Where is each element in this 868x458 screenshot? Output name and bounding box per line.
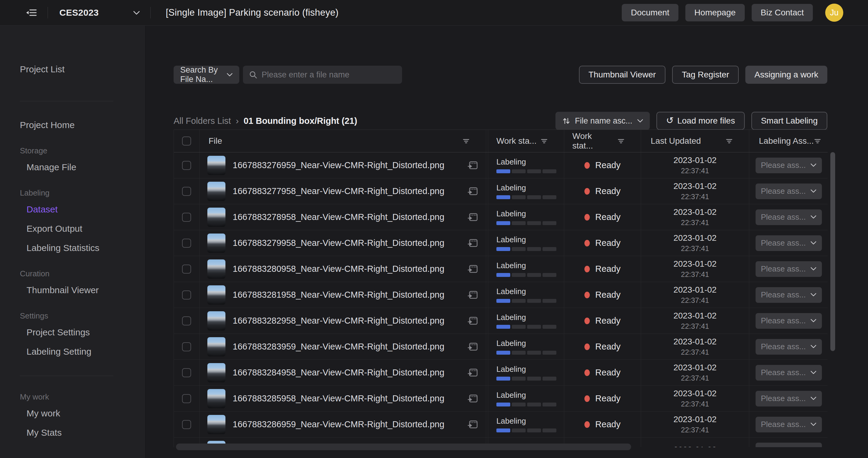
assignee-dropdown[interactable]: Please ass... xyxy=(755,313,822,329)
file-name[interactable]: 1667883279958_Near-View-CMR-Right_Distor… xyxy=(233,238,444,248)
assignee-dropdown[interactable]: Please ass... xyxy=(755,339,822,355)
sidebar-collapse-icon[interactable] xyxy=(25,8,37,18)
table-row: 1667883279958_Near-View-CMR-Right_Distor… xyxy=(174,230,828,256)
file-name[interactable]: 1667883280958_Near-View-CMR-Right_Distor… xyxy=(233,264,444,274)
thumbnail-viewer-button[interactable]: Thumbnail Viewer xyxy=(579,66,666,84)
file-name[interactable]: 1667883286959_Near-View-CMR-Right_Distor… xyxy=(233,419,444,429)
row-checkbox[interactable] xyxy=(182,394,191,403)
file-name[interactable]: 1667883282958_Near-View-CMR-Right_Distor… xyxy=(233,316,444,326)
work-progress-bar xyxy=(496,351,564,355)
file-name[interactable]: 1667883285958_Near-View-CMR-Right_Distor… xyxy=(233,394,444,403)
file-thumbnail[interactable] xyxy=(207,337,225,356)
file-thumbnail[interactable] xyxy=(207,363,225,382)
sidebar-item-thumbnail-viewer[interactable]: Thumbnail Viewer xyxy=(0,284,144,296)
sidebar-item-project-home[interactable]: Project Home xyxy=(0,119,144,131)
assignee-dropdown[interactable]: Please ass... xyxy=(755,158,822,173)
tag-register-button[interactable]: Tag Register xyxy=(672,66,739,84)
open-in-editor-icon[interactable] xyxy=(467,394,478,403)
sidebar-item-my-work[interactable]: My work xyxy=(0,407,144,419)
open-in-editor-icon[interactable] xyxy=(467,161,478,170)
file-thumbnail[interactable] xyxy=(207,207,225,227)
file-thumbnail[interactable] xyxy=(207,233,225,253)
progress-segment-empty xyxy=(527,273,541,277)
last-updated-date: 2023-01-02 xyxy=(673,156,716,165)
file-name[interactable]: 1667883276959_Near-View-CMR-Right_Distor… xyxy=(233,160,444,170)
row-checkbox[interactable] xyxy=(182,368,191,377)
file-thumbnail[interactable] xyxy=(207,259,225,279)
file-name[interactable]: 1667883284958_Near-View-CMR-Right_Distor… xyxy=(233,368,444,378)
file-name[interactable]: 1667883278958_Near-View-CMR-Right_Distor… xyxy=(233,212,444,222)
row-checkbox[interactable] xyxy=(182,161,191,170)
row-checkbox[interactable] xyxy=(182,291,191,299)
sort-dropdown[interactable]: File name asc... xyxy=(555,112,650,130)
smart-labeling-button[interactable]: Smart Labeling xyxy=(751,112,827,130)
filter-icon[interactable] xyxy=(463,139,469,143)
assignee-dropdown[interactable]: Please ass... xyxy=(755,287,822,303)
open-in-editor-icon[interactable] xyxy=(467,290,478,300)
status-dot xyxy=(584,266,590,272)
assigning-a-work-button[interactable]: Assigning a work xyxy=(745,66,827,84)
file-thumbnail[interactable] xyxy=(207,285,225,305)
sidebar-item-my-stats[interactable]: My Stats xyxy=(0,427,144,439)
open-in-editor-icon[interactable] xyxy=(467,187,478,196)
row-checkbox[interactable] xyxy=(182,316,191,325)
file-thumbnail[interactable] xyxy=(207,182,225,201)
file-thumbnail[interactable] xyxy=(207,415,225,434)
search-input[interactable] xyxy=(261,70,396,79)
sidebar-item-labeling-setting[interactable]: Labeling Setting xyxy=(0,346,144,358)
topbar-button-homepage[interactable]: Homepage xyxy=(685,4,745,22)
assignee-dropdown[interactable]: Please ass... xyxy=(755,209,822,225)
sidebar-item-manage-file[interactable]: Manage File xyxy=(0,161,144,173)
file-name[interactable]: 1667883277958_Near-View-CMR-Right_Distor… xyxy=(233,186,444,196)
horizontal-scrollbar[interactable] xyxy=(176,444,631,450)
assignee-dropdown[interactable]: Please ass... xyxy=(755,235,822,251)
assignee-dropdown[interactable]: Please ass... xyxy=(755,417,822,432)
row-checkbox[interactable] xyxy=(182,213,191,222)
row-checkbox[interactable] xyxy=(182,187,191,196)
vertical-scrollbar[interactable] xyxy=(830,152,835,351)
filter-icon[interactable] xyxy=(726,139,733,143)
search-type-dropdown[interactable]: Search By File Na... xyxy=(174,66,239,84)
open-in-editor-icon[interactable] xyxy=(467,316,478,326)
sidebar-item-export-output[interactable]: Export Output xyxy=(0,223,144,235)
row-checkbox[interactable] xyxy=(182,420,191,429)
user-avatar[interactable]: Ju xyxy=(825,4,843,22)
last-updated-time: 22:37:41 xyxy=(681,167,709,175)
topbar-button-document[interactable]: Document xyxy=(622,4,678,22)
last-updated-time: 22:37:41 xyxy=(681,296,709,305)
row-checkbox[interactable] xyxy=(182,265,191,273)
assignee-dropdown[interactable]: Please ass... xyxy=(755,184,822,199)
open-in-editor-icon[interactable] xyxy=(467,264,478,274)
project-selector[interactable]: CES2023 xyxy=(59,7,140,18)
open-in-editor-icon[interactable] xyxy=(467,420,478,429)
assignee-dropdown[interactable]: Please ass... xyxy=(755,365,822,381)
assignee-dropdown[interactable] xyxy=(755,443,822,447)
file-thumbnail[interactable] xyxy=(207,389,225,408)
open-in-editor-icon[interactable] xyxy=(467,368,478,378)
topbar-button-biz-contact[interactable]: Biz Contact xyxy=(752,4,813,22)
file-name[interactable]: 1667883281958_Near-View-CMR-Right_Distor… xyxy=(233,290,444,300)
sidebar-item-labeling-statistics[interactable]: Labeling Statistics xyxy=(0,242,144,254)
sidebar-item-dataset[interactable]: Dataset xyxy=(0,203,144,216)
row-checkbox[interactable] xyxy=(182,239,191,248)
row-checkbox[interactable] xyxy=(182,342,191,351)
status-dot xyxy=(584,214,590,221)
sidebar-item-project-list[interactable]: Project List xyxy=(0,63,144,75)
assignee-dropdown[interactable]: Please ass... xyxy=(755,391,822,406)
load-more-files-button[interactable]: ↺Load more files xyxy=(656,112,745,130)
last-updated-date: 2023-01-02 xyxy=(673,415,716,424)
filter-icon[interactable] xyxy=(541,139,547,143)
select-all-checkbox[interactable] xyxy=(182,136,191,145)
filter-icon[interactable] xyxy=(814,139,821,143)
sidebar-item-project-settings[interactable]: Project Settings xyxy=(0,326,144,338)
open-in-editor-icon[interactable] xyxy=(467,212,478,222)
open-in-editor-icon[interactable] xyxy=(467,342,478,352)
assignee-dropdown[interactable]: Please ass... xyxy=(755,261,822,277)
file-name[interactable]: 1667883283959_Near-View-CMR-Right_Distor… xyxy=(233,342,444,352)
file-thumbnail[interactable] xyxy=(207,156,225,175)
breadcrumb-parent[interactable]: All Folders List xyxy=(174,116,231,126)
table-body: 1667883276959_Near-View-CMR-Right_Distor… xyxy=(174,153,828,447)
file-thumbnail[interactable] xyxy=(207,311,225,331)
filter-icon[interactable] xyxy=(618,139,624,143)
open-in-editor-icon[interactable] xyxy=(467,238,478,248)
